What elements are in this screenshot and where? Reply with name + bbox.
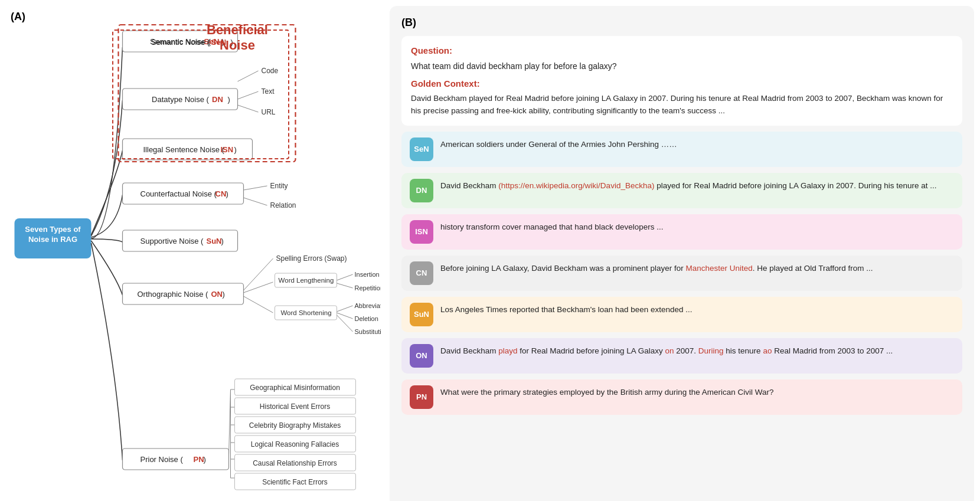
svg-text:): ) (226, 189, 228, 198)
on-err1: playd (498, 346, 517, 355)
isn-card: ISN history transform cover managed that… (401, 214, 962, 250)
on-err2: on (665, 346, 674, 355)
pn-card: PN What were the primary strategies empl… (401, 379, 962, 415)
svg-text:Celebrity Biography Mistakes: Celebrity Biography Mistakes (249, 421, 341, 430)
svg-text:Spelling Errors (Swap): Spelling Errors (Swap) (276, 254, 347, 263)
svg-text:): ) (204, 455, 206, 464)
on-text: David Beckham playd for Real Madrid befo… (440, 344, 893, 357)
svg-text:Geographical Misinformation: Geographical Misinformation (250, 384, 340, 392)
svg-text:Code: Code (262, 67, 279, 75)
svg-line-15 (244, 198, 267, 205)
svg-line-14 (244, 186, 267, 190)
panel-b: (B) Question: What team did david beckha… (390, 6, 974, 501)
svg-text:): ) (221, 237, 224, 245)
cn-card: CN Before joining LA Galaxy, David Beckh… (401, 256, 962, 291)
question-label: Question: (411, 44, 953, 58)
cn-badge: CN (410, 261, 433, 285)
svg-text:): ) (223, 290, 225, 299)
isn-badge: ISN (410, 220, 433, 244)
cn-error: Manchester United (685, 264, 752, 273)
svg-text:Logical Reasoning Fallacies: Logical Reasoning Fallacies (251, 440, 339, 448)
svg-text:Text: Text (262, 87, 275, 96)
on-badge: ON (410, 344, 433, 368)
svg-text:Repetition: Repetition (355, 284, 381, 292)
svg-line-25 (337, 274, 353, 280)
svg-text:Historical Event Errors: Historical Event Errors (260, 402, 330, 411)
sun-badge: SuN (410, 303, 433, 326)
mindmap-svg: Seven Types of Noise in RAG Semantic Noi… (12, 12, 381, 501)
svg-text:Abbreviation: Abbreviation (355, 302, 381, 309)
svg-text:Prior Noise (: Prior Noise ( (141, 455, 184, 464)
svg-text:ON: ON (211, 290, 223, 299)
svg-text:Causal Relationship Errors: Causal Relationship Errors (253, 459, 337, 467)
on-err4: ao (763, 346, 772, 355)
svg-text:CN: CN (215, 189, 227, 198)
svg-line-7 (238, 91, 259, 99)
svg-text:ISN: ISN (221, 145, 234, 154)
svg-line-6 (238, 71, 259, 81)
mindmap-container: BeneficialNoise Seven Types of Noise in … (12, 12, 381, 501)
root-node-text: Seven Types of (25, 225, 81, 234)
svg-line-29 (244, 296, 273, 313)
svg-line-20 (244, 258, 273, 290)
svg-line-32 (337, 306, 353, 312)
beneficial-noise-label: BeneficialNoise (207, 22, 268, 54)
question-card: Question: What team did david beckham pl… (401, 36, 962, 126)
sen-badge: SeN (410, 137, 433, 161)
on-err3: Duriing (698, 346, 724, 355)
svg-text:Deletion: Deletion (355, 315, 378, 322)
svg-text:): ) (228, 95, 230, 104)
question-text: What team did david beckham play for bef… (411, 60, 953, 73)
dn-badge: DN (410, 179, 433, 202)
sen-card: SeN American soldiers under General of t… (401, 132, 962, 167)
cn-text: Before joining LA Galaxy, David Beckham … (440, 261, 873, 274)
svg-text:Entity: Entity (270, 182, 288, 190)
golden-text: David Beckham played for Real Madrid bef… (411, 93, 953, 117)
svg-line-22 (244, 282, 273, 293)
svg-text:Supportive Noise (: Supportive Noise ( (141, 237, 204, 245)
dn-text: David Beckham (https://en.wikipedia.org/… (440, 179, 936, 192)
pn-badge: PN (410, 385, 433, 409)
svg-line-26 (337, 283, 353, 288)
sun-text: Los Angeles Times reported that Beckham'… (440, 303, 692, 316)
dn-link: (https://en.wikipedia.org/wiki/David_Bec… (498, 181, 654, 190)
sen-text: American soldiers under General of the A… (440, 137, 677, 150)
svg-text:Noise in RAG: Noise in RAG (28, 235, 77, 244)
svg-text:PN: PN (194, 455, 204, 464)
svg-text:Counterfactual Noise (: Counterfactual Noise ( (141, 189, 217, 198)
pn-text: What were the primary strategies employe… (440, 385, 773, 398)
svg-text:Illegal Sentence Noise (: Illegal Sentence Noise ( (143, 145, 225, 154)
svg-text:Word Shortening: Word Shortening (280, 309, 331, 316)
svg-text:URL: URL (262, 108, 276, 116)
svg-line-8 (238, 105, 259, 112)
svg-text:SuN: SuN (207, 237, 222, 245)
dn-card: DN David Beckham (https://en.wikipedia.o… (401, 173, 962, 208)
svg-text:Relation: Relation (270, 201, 296, 209)
golden-label: Golden Context: (411, 77, 953, 91)
svg-text:Semantic Noise (: Semantic Noise ( (151, 38, 210, 47)
svg-text:Orthographic Noise (: Orthographic Noise ( (138, 290, 209, 299)
svg-text:): ) (234, 145, 237, 154)
panel-b-label: (B) (401, 17, 962, 29)
isn-text: history transform cover managed that han… (440, 220, 663, 233)
svg-text:Datatype Noise (: Datatype Noise ( (152, 95, 209, 104)
sun-card: SuN Los Angeles Times reported that Beck… (401, 297, 962, 332)
on-card: ON David Beckham playd for Real Madrid b… (401, 338, 962, 374)
svg-text:Scientific Fact Errors: Scientific Fact Errors (262, 478, 328, 486)
svg-text:DN: DN (212, 95, 223, 104)
svg-text:Word Lengthening: Word Lengthening (279, 277, 334, 284)
svg-text:Insertion: Insertion (355, 271, 380, 278)
svg-text:Substitution: Substitution (355, 328, 381, 335)
